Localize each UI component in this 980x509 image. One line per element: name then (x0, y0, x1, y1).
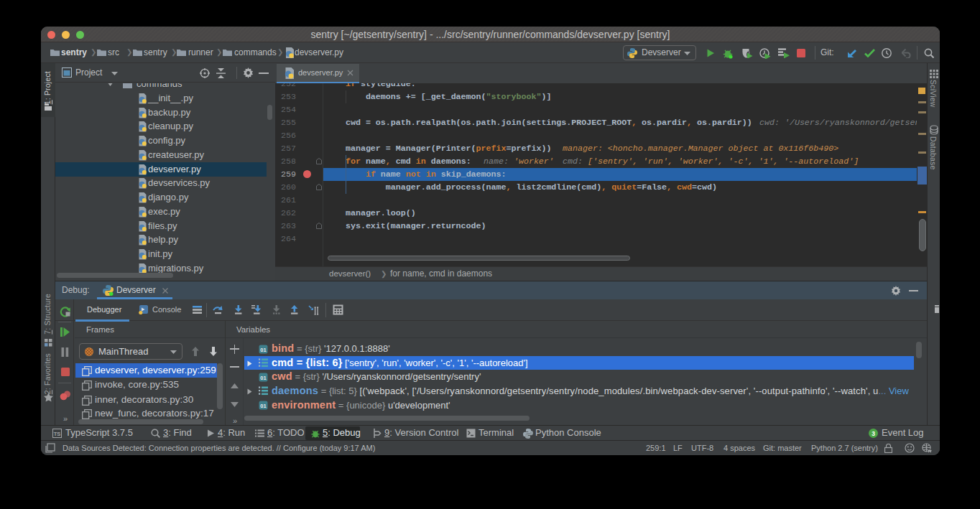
svg-text:01: 01 (260, 346, 266, 352)
svg-text:01: 01 (260, 374, 266, 380)
svg-text:3: 3 (872, 430, 875, 437)
svg-text:TS: TS (54, 431, 61, 437)
svg-text:01: 01 (260, 403, 266, 409)
